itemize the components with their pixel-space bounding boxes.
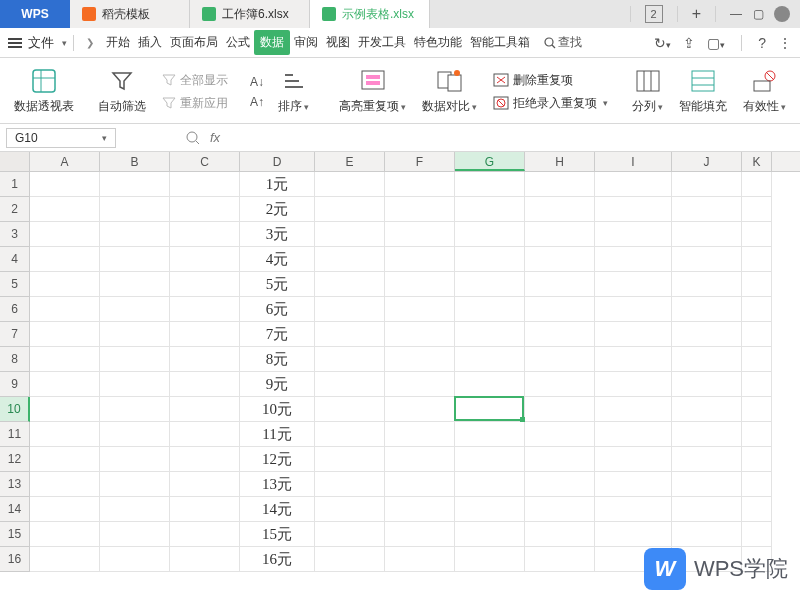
hamburger-icon[interactable] — [8, 36, 22, 50]
cell-G14[interactable] — [455, 497, 525, 522]
cell-D3[interactable]: 3元 — [240, 222, 315, 247]
ribbon-tab-1[interactable]: 插入 — [134, 30, 166, 55]
col-header-D[interactable]: D — [240, 152, 315, 171]
cell-A10[interactable] — [30, 397, 100, 422]
cell-J4[interactable] — [672, 247, 742, 272]
cell-D4[interactable]: 4元 — [240, 247, 315, 272]
cell-D7[interactable]: 7元 — [240, 322, 315, 347]
cell-F5[interactable] — [385, 272, 455, 297]
cell-K12[interactable] — [742, 447, 772, 472]
cell-B5[interactable] — [100, 272, 170, 297]
cell-K9[interactable] — [742, 372, 772, 397]
cell-F13[interactable] — [385, 472, 455, 497]
cell-C14[interactable] — [170, 497, 240, 522]
cell-F14[interactable] — [385, 497, 455, 522]
cell-F16[interactable] — [385, 547, 455, 572]
cell-K5[interactable] — [742, 272, 772, 297]
reject-dup-button[interactable]: 拒绝录入重复项▾ — [493, 95, 608, 112]
cell-J3[interactable] — [672, 222, 742, 247]
name-box[interactable]: G10 ▾ — [6, 128, 116, 148]
show-all-button[interactable]: 全部显示 — [162, 72, 228, 89]
cell-J1[interactable] — [672, 172, 742, 197]
cell-B12[interactable] — [100, 447, 170, 472]
cell-H1[interactable] — [525, 172, 595, 197]
cell-G7[interactable] — [455, 322, 525, 347]
autofilter-button[interactable]: 自动筛选 — [90, 60, 154, 123]
cell-A13[interactable] — [30, 472, 100, 497]
col-header-G[interactable]: G — [455, 152, 525, 171]
cell-D11[interactable]: 11元 — [240, 422, 315, 447]
cell-K1[interactable] — [742, 172, 772, 197]
row-header-14[interactable]: 14 — [0, 497, 30, 522]
row-header-2[interactable]: 2 — [0, 197, 30, 222]
cell-C7[interactable] — [170, 322, 240, 347]
cell-C10[interactable] — [170, 397, 240, 422]
cell-J8[interactable] — [672, 347, 742, 372]
ribbon-tab-7[interactable]: 开发工具 — [354, 30, 410, 55]
cell-A12[interactable] — [30, 447, 100, 472]
cell-G8[interactable] — [455, 347, 525, 372]
cell-H12[interactable] — [525, 447, 595, 472]
cell-H3[interactable] — [525, 222, 595, 247]
cell-H10[interactable] — [525, 397, 595, 422]
cell-A6[interactable] — [30, 297, 100, 322]
cell-B15[interactable] — [100, 522, 170, 547]
cell-A8[interactable] — [30, 347, 100, 372]
cell-G3[interactable] — [455, 222, 525, 247]
row-header-4[interactable]: 4 — [0, 247, 30, 272]
cell-I6[interactable] — [595, 297, 672, 322]
cell-B3[interactable] — [100, 222, 170, 247]
cell-H7[interactable] — [525, 322, 595, 347]
insert-dropdown-button[interactable]: 插入下拉 — [794, 60, 800, 123]
row-header-15[interactable]: 15 — [0, 522, 30, 547]
col-header-J[interactable]: J — [672, 152, 742, 171]
cell-G15[interactable] — [455, 522, 525, 547]
cell-B9[interactable] — [100, 372, 170, 397]
cell-D9[interactable]: 9元 — [240, 372, 315, 397]
cell-K7[interactable] — [742, 322, 772, 347]
row-header-7[interactable]: 7 — [0, 322, 30, 347]
cell-K14[interactable] — [742, 497, 772, 522]
cell-C13[interactable] — [170, 472, 240, 497]
help-icon[interactable]: ? — [758, 35, 766, 51]
cell-E15[interactable] — [315, 522, 385, 547]
row-header-12[interactable]: 12 — [0, 447, 30, 472]
cell-D14[interactable]: 14元 — [240, 497, 315, 522]
row-header-6[interactable]: 6 — [0, 297, 30, 322]
cell-H11[interactable] — [525, 422, 595, 447]
doc-tab-example[interactable]: 示例表格.xlsx — [310, 0, 430, 28]
cell-F6[interactable] — [385, 297, 455, 322]
cell-B7[interactable] — [100, 322, 170, 347]
cell-C11[interactable] — [170, 422, 240, 447]
highlight-dup-button[interactable]: 高亮重复项▾ — [331, 60, 414, 123]
row-header-5[interactable]: 5 — [0, 272, 30, 297]
cell-B1[interactable] — [100, 172, 170, 197]
cell-G1[interactable] — [455, 172, 525, 197]
sort-desc-icon[interactable]: A↑ — [250, 95, 264, 109]
doc-tab-workbook6[interactable]: 工作簿6.xlsx — [190, 0, 310, 28]
cell-A1[interactable] — [30, 172, 100, 197]
cell-C12[interactable] — [170, 447, 240, 472]
cell-H15[interactable] — [525, 522, 595, 547]
row-header-8[interactable]: 8 — [0, 347, 30, 372]
cell-H4[interactable] — [525, 247, 595, 272]
cell-D8[interactable]: 8元 — [240, 347, 315, 372]
cell-E2[interactable] — [315, 197, 385, 222]
cell-F8[interactable] — [385, 347, 455, 372]
window-maximize[interactable]: ▢ — [752, 7, 764, 21]
cell-K2[interactable] — [742, 197, 772, 222]
row-header-1[interactable]: 1 — [0, 172, 30, 197]
cell-F10[interactable] — [385, 397, 455, 422]
window-minimize[interactable]: — — [730, 7, 742, 21]
cell-H14[interactable] — [525, 497, 595, 522]
cell-D15[interactable]: 15元 — [240, 522, 315, 547]
validation-button[interactable]: 有效性▾ — [735, 60, 794, 123]
col-header-B[interactable]: B — [100, 152, 170, 171]
cell-A3[interactable] — [30, 222, 100, 247]
cell-E4[interactable] — [315, 247, 385, 272]
cell-I15[interactable] — [595, 522, 672, 547]
file-menu[interactable]: 文件 — [28, 34, 54, 52]
cell-G11[interactable] — [455, 422, 525, 447]
cell-F1[interactable] — [385, 172, 455, 197]
cell-I3[interactable] — [595, 222, 672, 247]
